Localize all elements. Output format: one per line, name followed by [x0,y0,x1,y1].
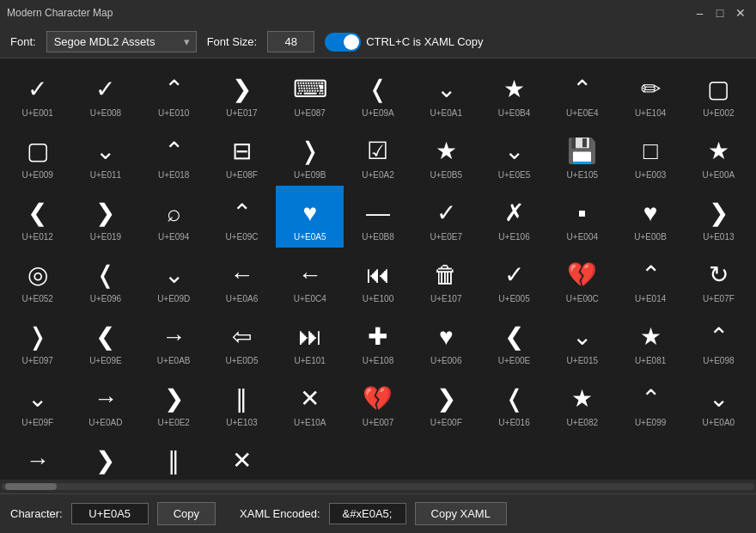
char-cell[interactable]: ⌃U+E014 [616,248,684,309]
char-code: U+E0AD [88,418,122,427]
font-select-wrapper[interactable]: Segoe MDL2 Assets [46,31,197,52]
toggle-thumb [344,34,359,50]
char-cell[interactable]: ⌄U+E0E5 [480,124,548,186]
char-cell[interactable]: ✏U+E104 [616,62,684,124]
char-cell[interactable]: ✕U+E10A [276,371,344,433]
toggle-track[interactable] [325,33,361,52]
char-cell[interactable]: ❭U+E097 [3,309,71,371]
char-cell[interactable]: ✓U+E008 [71,62,139,124]
char-cell[interactable]: ⌃U+E0E4 [548,62,616,124]
char-cell[interactable]: ⌄U+E09F [3,371,71,433]
char-cell[interactable]: ◎U+E052 [3,248,71,309]
char-cell[interactable]: ❯U+E013 [685,186,753,248]
char-cell[interactable]: ★U+E081 [616,309,684,371]
char-symbol: ❮ [27,196,47,230]
char-cell[interactable]: ⌄U+E0A0 [685,371,753,433]
minimize-button[interactable]: ‒ [691,4,708,21]
char-cell[interactable]: 💔U+E00C [548,248,616,309]
char-cell[interactable]: ✓U+E001 [3,62,71,124]
character-grid-area: ✓U+E001✓U+E008⌃U+E010❯U+E017⌨U+E087❬U+E0… [0,58,756,493]
char-cell[interactable]: ❯U+E0E3 [71,433,139,480]
scrollbar-track[interactable] [2,483,754,490]
char-cell[interactable]: ‖U+E103 [140,433,208,480]
char-cell[interactable]: ★U+E0B4 [480,62,548,124]
char-cell[interactable]: ⌃U+E099 [616,371,684,433]
char-cell[interactable]: ✓U+E005 [480,248,548,309]
grid-scroll-area[interactable]: ✓U+E001✓U+E008⌃U+E010❯U+E017⌨U+E087❬U+E0… [0,58,756,480]
char-cell[interactable]: —U+E0B8 [344,186,412,248]
char-symbol: ❬ [504,382,524,416]
char-cell[interactable]: →U+E0AE [3,433,71,480]
char-code: U+E0AB [157,356,191,365]
char-cell[interactable]: ⌃U+E010 [140,62,208,124]
char-cell[interactable]: ★U+E0B5 [412,124,480,186]
char-symbol: ❮ [95,320,115,354]
char-cell[interactable]: ❬U+E096 [71,248,139,309]
char-cell[interactable]: ❯U+E0E2 [140,371,208,433]
char-cell[interactable]: ❯U+E017 [208,62,276,124]
char-code: U+E099 [635,418,666,427]
char-code: U+E003 [635,170,666,180]
font-label: Font: [10,35,36,48]
char-cell[interactable]: ❭U+E09B [276,124,344,186]
char-cell[interactable]: ❮U+E012 [3,186,71,248]
char-cell[interactable]: ♥U+E00B [616,186,684,248]
char-cell[interactable]: →U+E0AD [71,371,139,433]
scrollbar-thumb[interactable] [5,483,57,490]
char-cell[interactable]: ✚U+E108 [344,309,412,371]
char-cell[interactable]: ⌃U+E018 [140,124,208,186]
char-cell[interactable]: ❯U+E00F [412,371,480,433]
char-cell[interactable]: ✕U+E10A [208,433,276,480]
char-cell[interactable]: ▢U+E002 [685,62,753,124]
maximize-button[interactable]: □ [711,4,729,21]
char-cell[interactable]: →U+E0AB [140,309,208,371]
char-cell[interactable]: ⏭U+E101 [276,309,344,371]
char-code: U+E015 [567,356,598,365]
font-size-input[interactable] [267,31,314,52]
char-cell[interactable]: ⌄U+E09D [140,248,208,309]
char-cell[interactable]: ⊟U+E08F [208,124,276,186]
char-cell[interactable]: 🗑U+E107 [412,248,480,309]
char-cell[interactable]: ↻U+E07F [685,248,753,309]
char-code: U+E09E [89,356,122,365]
char-cell[interactable]: ▪U+E004 [548,186,616,248]
char-cell[interactable]: ♥U+E006 [412,309,480,371]
char-cell[interactable]: ✗U+E106 [480,186,548,248]
horizontal-scrollbar[interactable] [0,480,756,493]
char-cell[interactable]: ⏮U+E100 [344,248,412,309]
copy-button[interactable]: Copy [157,502,216,525]
xaml-toggle[interactable]: CTRL+C is XAML Copy [325,33,483,52]
char-cell[interactable]: ☑U+E0A2 [344,124,412,186]
char-cell[interactable]: ★U+E082 [548,371,616,433]
char-symbol: ⊟ [232,134,252,168]
char-cell[interactable]: ⌄U+E0A1 [412,62,480,124]
char-cell[interactable]: ⌄U+E015 [548,309,616,371]
copy-xaml-button[interactable]: Copy XAML [415,502,507,525]
char-symbol: ❮ [504,320,524,354]
char-cell[interactable]: ⌨U+E087 [276,62,344,124]
char-cell[interactable]: 💾U+E105 [548,124,616,186]
char-cell[interactable]: ❮U+E00E [480,309,548,371]
char-cell[interactable]: 💔U+E007 [344,371,412,433]
char-cell[interactable]: ✓U+E0E7 [412,186,480,248]
char-cell[interactable]: ⌃U+E09C [208,186,276,248]
close-button[interactable]: ✕ [732,4,749,21]
char-cell[interactable]: ⌃U+E098 [685,309,753,371]
char-cell[interactable]: ❬U+E016 [480,371,548,433]
char-cell[interactable]: ♥U+E0A5 [276,186,344,248]
char-cell[interactable]: ❯U+E019 [71,186,139,248]
char-cell[interactable]: ⌄U+E011 [71,124,139,186]
char-cell[interactable]: ⇦U+E0D5 [208,309,276,371]
font-select[interactable]: Segoe MDL2 Assets [46,31,197,52]
char-cell[interactable]: ←U+E0C4 [276,248,344,309]
char-symbol: ⌕ [167,196,181,230]
char-cell[interactable]: ▢U+E009 [3,124,71,186]
char-cell[interactable]: ★U+E00A [685,124,753,186]
char-cell[interactable]: ⌕U+E094 [140,186,208,248]
char-cell[interactable]: ←U+E0A6 [208,248,276,309]
char-cell[interactable]: ❮U+E09E [71,309,139,371]
char-cell[interactable]: ❬U+E09A [344,62,412,124]
char-cell[interactable]: □U+E003 [616,124,684,186]
char-cell[interactable]: ‖U+E103 [208,371,276,433]
char-symbol: ✓ [504,258,524,292]
